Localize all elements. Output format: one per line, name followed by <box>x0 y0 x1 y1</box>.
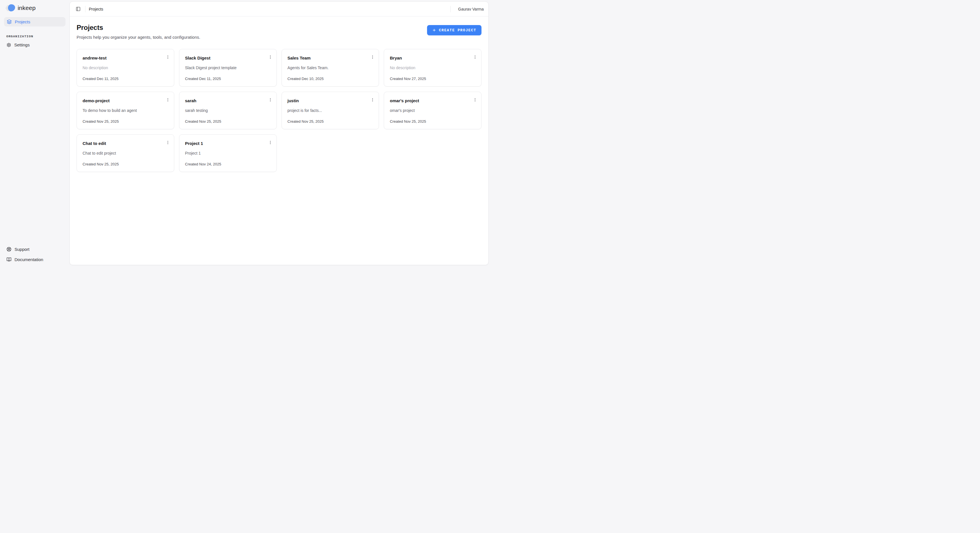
page-content: Projects Projects help you organize your… <box>70 16 488 265</box>
kebab-icon <box>371 98 375 102</box>
breadcrumb[interactable]: Projects <box>89 7 103 11</box>
page-header: Projects Projects help you organize your… <box>76 24 482 40</box>
project-created-date: Created Nov 24, 2025 <box>185 162 271 167</box>
panel-left-icon <box>76 6 81 11</box>
project-created-date: Created Dec 11, 2025 <box>83 76 168 81</box>
project-menu-button[interactable] <box>267 54 273 60</box>
project-description: project is for facts... <box>288 108 373 113</box>
page-title: Projects <box>76 24 200 32</box>
kebab-icon <box>166 98 170 102</box>
project-created-date: Created Nov 27, 2025 <box>390 76 476 81</box>
plus-icon <box>432 28 436 32</box>
project-menu-button[interactable] <box>267 97 273 102</box>
project-name: Chat to edit <box>83 141 106 146</box>
kebab-icon <box>268 140 272 145</box>
project-description: To demo how to build an agent <box>83 108 168 113</box>
project-menu-button[interactable] <box>370 97 375 102</box>
project-name: Bryan <box>390 55 402 61</box>
kebab-icon <box>166 55 170 59</box>
project-menu-button[interactable] <box>267 140 273 145</box>
project-description: sarah testing <box>185 108 271 113</box>
sidebar-item-support[interactable]: Support <box>0 245 70 253</box>
project-card[interactable]: sarah sarah testing Created Nov 25, 2025 <box>179 92 277 129</box>
project-description: Slack Digest project template <box>185 65 271 70</box>
project-name: Project 1 <box>185 141 203 146</box>
project-description: omar's project <box>390 108 476 113</box>
inkeep-logo-icon <box>5 4 15 12</box>
sidebar-item-label: Documentation <box>14 257 43 262</box>
sidebar: inkeep Projects ORGANIZATION Settings <box>0 0 70 266</box>
project-description: Chat to edit project <box>83 151 168 156</box>
project-name: demo-project <box>83 98 110 103</box>
project-card[interactable]: Sales Team Agents for Sales Team. Create… <box>282 49 379 87</box>
project-name: andrew-test <box>83 55 107 61</box>
kebab-icon <box>473 98 477 102</box>
project-menu-button[interactable] <box>165 140 170 145</box>
sidebar-item-label: Projects <box>15 19 30 24</box>
sidebar-item-documentation[interactable]: Documentation <box>0 255 70 264</box>
project-created-date: Created Nov 25, 2025 <box>83 119 168 124</box>
project-name: Sales Team <box>288 55 311 61</box>
kebab-icon <box>268 98 272 102</box>
topbar: Projects Gaurav Varma <box>70 2 488 16</box>
sidebar-item-projects[interactable]: Projects <box>4 17 65 27</box>
project-created-date: Created Nov 25, 2025 <box>390 119 476 124</box>
project-name: omar's project <box>390 98 419 103</box>
project-menu-button[interactable] <box>473 97 478 102</box>
sidebar-footer: Support Documentation <box>0 245 70 264</box>
project-menu-button[interactable] <box>165 97 170 102</box>
gear-icon <box>6 43 11 47</box>
project-created-date: Created Nov 25, 2025 <box>185 119 271 124</box>
project-card[interactable]: andrew-test No description Created Dec 1… <box>76 49 174 87</box>
sidebar-item-label: Support <box>14 247 30 252</box>
project-menu-button[interactable] <box>370 54 375 60</box>
topbar-divider <box>85 6 86 12</box>
inkeep-logo[interactable]: inkeep <box>0 4 70 12</box>
page-subtitle: Projects help you organize your agents, … <box>76 35 200 40</box>
life-buoy-icon <box>6 247 11 252</box>
project-card[interactable]: omar's project omar's project Created No… <box>384 92 482 129</box>
project-name: Slack Digest <box>185 55 210 61</box>
brand-name: inkeep <box>18 5 36 11</box>
main-panel: Projects Gaurav Varma Projects Projects … <box>70 2 488 265</box>
project-name: sarah <box>185 98 196 103</box>
project-menu-button[interactable] <box>473 54 478 60</box>
layers-icon <box>7 19 12 24</box>
project-card[interactable]: Bryan No description Created Nov 27, 202… <box>384 49 482 87</box>
project-description: No description <box>83 65 168 70</box>
sidebar-toggle-button[interactable] <box>75 5 82 13</box>
project-name: justin <box>288 98 299 103</box>
kebab-icon <box>268 55 272 59</box>
kebab-icon <box>371 55 375 59</box>
sidebar-nav: Projects <box>0 17 70 27</box>
project-card[interactable]: justin project is for facts... Created N… <box>282 92 379 129</box>
project-description: Agents for Sales Team. <box>288 65 373 70</box>
topbar-right-divider <box>450 6 451 12</box>
kebab-icon <box>166 140 170 145</box>
project-card[interactable]: Project 1 Project 1 Created Nov 24, 2025 <box>179 134 277 172</box>
user-menu[interactable]: Gaurav Varma <box>458 7 484 11</box>
project-card[interactable]: Slack Digest Slack Digest project templa… <box>179 49 277 87</box>
sidebar-item-settings[interactable]: Settings <box>0 41 70 49</box>
projects-grid: andrew-test No description Created Dec 1… <box>76 49 482 172</box>
organization-section-label: ORGANIZATION <box>0 35 70 38</box>
kebab-icon <box>473 55 477 59</box>
project-description: No description <box>390 65 476 70</box>
project-created-date: Created Dec 11, 2025 <box>185 76 271 81</box>
book-open-icon <box>6 257 11 262</box>
app-window: inkeep Projects ORGANIZATION Settings <box>0 0 490 266</box>
project-menu-button[interactable] <box>165 54 170 60</box>
project-created-date: Created Nov 25, 2025 <box>288 119 373 124</box>
main-area: Projects Gaurav Varma Projects Projects … <box>70 0 490 266</box>
project-description: Project 1 <box>185 151 271 156</box>
project-created-date: Created Dec 10, 2025 <box>288 76 373 81</box>
project-created-date: Created Nov 25, 2025 <box>83 162 168 167</box>
create-project-button[interactable]: CREATE PROJECT <box>427 25 482 35</box>
project-card[interactable]: Chat to edit Chat to edit project Create… <box>76 134 174 172</box>
project-card[interactable]: demo-project To demo how to build an age… <box>76 92 174 129</box>
sidebar-item-label: Settings <box>14 43 30 47</box>
